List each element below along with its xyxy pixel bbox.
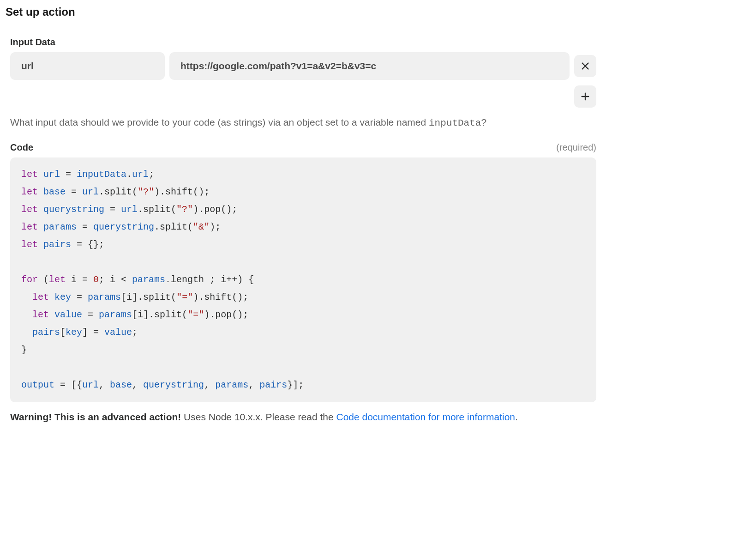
input-data-helper: What input data should we provide to you… xyxy=(10,117,596,128)
warning-bold: Warning! This is an advanced action! xyxy=(10,412,181,422)
code-documentation-link[interactable]: Code documentation for more information xyxy=(336,412,515,422)
remove-row-button[interactable] xyxy=(574,55,596,77)
warning-text: Warning! This is an advanced action! Use… xyxy=(10,412,596,423)
page-title: Set up action xyxy=(6,6,596,18)
helper-prefix: What input data should we provide to you… xyxy=(10,117,429,127)
code-editor[interactable]: let url = inputData.url; let base = url.… xyxy=(10,157,596,402)
warning-suffix: . xyxy=(515,412,518,422)
plus-icon xyxy=(580,91,590,102)
input-value-field[interactable]: https://google.com/path?v1=a&v2=b&v3=c xyxy=(169,52,570,80)
input-data-section: Input Data url https://google.com/path?v… xyxy=(6,37,596,128)
input-key-field[interactable]: url xyxy=(10,52,165,80)
input-data-row: url https://google.com/path?v1=a&v2=b&v3… xyxy=(10,52,596,80)
input-data-label: Input Data xyxy=(10,37,596,48)
required-tag: (required) xyxy=(556,142,596,153)
warning-body: Uses Node 10.x.x. Please read the xyxy=(181,412,336,422)
add-row-button[interactable] xyxy=(574,85,596,108)
helper-var: inputData xyxy=(429,118,481,128)
code-section: Code (required) let url = inputData.url;… xyxy=(6,142,596,402)
helper-suffix: ? xyxy=(481,117,486,127)
close-icon xyxy=(580,61,590,71)
code-label: Code xyxy=(10,142,33,153)
